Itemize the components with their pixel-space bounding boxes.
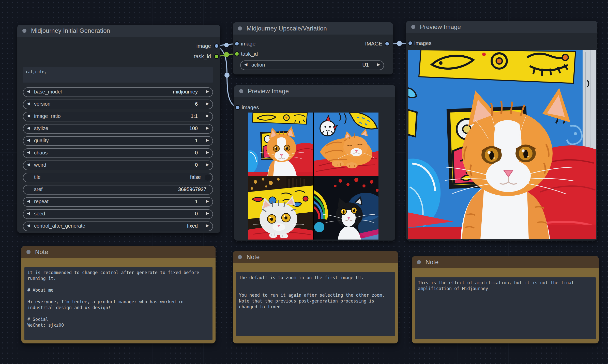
- widget-value: 0: [195, 211, 198, 217]
- increment-arrow-icon[interactable]: ▶: [206, 223, 209, 228]
- decrement-arrow-icon[interactable]: ◀: [27, 199, 30, 203]
- node-midjourney-initial-generation[interactable]: Midjourney Initial Generation image task…: [17, 25, 220, 233]
- input-label-task_id: task_id: [241, 50, 258, 57]
- note-textarea[interactable]: The default is to zoom in on the first i…: [236, 272, 395, 336]
- cat-photo-2: [314, 113, 378, 176]
- widget-quality[interactable]: ◀ quality 1 ▶: [23, 136, 213, 146]
- increment-arrow-icon[interactable]: ▶: [206, 125, 209, 130]
- collapse-dot-icon[interactable]: [417, 260, 421, 264]
- decrement-arrow-icon[interactable]: ◀: [27, 162, 30, 167]
- note-node-3[interactable]: Note This is the effect of amplification…: [412, 256, 599, 343]
- upscaled-cat-photo: [408, 50, 596, 239]
- widget-value: midjourney: [173, 89, 198, 95]
- preview-image-large[interactable]: [408, 50, 596, 239]
- widget-label: base_model: [34, 89, 62, 95]
- output-label-image: image: [196, 42, 211, 50]
- decrement-arrow-icon[interactable]: ◀: [27, 138, 30, 143]
- widget-repeat[interactable]: ◀ repeat 1 ▶: [23, 197, 213, 207]
- node-title: Preview Image: [420, 23, 461, 30]
- increment-arrow-icon[interactable]: ▶: [206, 138, 209, 143]
- collapse-dot-icon[interactable]: [411, 25, 415, 29]
- input-slot-dot-image[interactable]: [234, 41, 239, 46]
- output-slot-dot-task_id[interactable]: [214, 54, 219, 59]
- widget-version[interactable]: ◀ version 6 ▶: [23, 100, 213, 109]
- note-title-bar[interactable]: Note: [233, 251, 398, 263]
- note-title-bar[interactable]: Note: [21, 246, 216, 258]
- widget-control_after_generate[interactable]: ◀ control_after_generate fixed ▶: [23, 221, 213, 231]
- widget-value: 0: [195, 150, 198, 156]
- note-node-2[interactable]: Note The default is to zoom in on the fi…: [233, 251, 398, 343]
- collapse-dot-icon[interactable]: [26, 250, 31, 254]
- cat-photo-3: [248, 176, 313, 240]
- decrement-arrow-icon[interactable]: ◀: [27, 113, 30, 118]
- wire-midpoint-dot[interactable]: [224, 43, 229, 47]
- note-node-1[interactable]: Note It is recommended to change control…: [21, 246, 216, 343]
- decrement-arrow-icon[interactable]: ◀: [27, 125, 30, 130]
- increment-arrow-icon[interactable]: ▶: [206, 199, 209, 203]
- widget-label: repeat: [34, 199, 49, 204]
- increment-arrow-icon[interactable]: ▶: [206, 162, 209, 167]
- prompt-textarea[interactable]: cat,cute,: [23, 67, 213, 83]
- widget-label: image_ratio: [34, 113, 61, 119]
- node-title-bar[interactable]: Midjourney Upscale/Variation: [233, 22, 393, 35]
- input-slot-dot-images[interactable]: [235, 105, 240, 110]
- widget-value: 0: [195, 162, 198, 168]
- preview-thumbnail-4[interactable]: [314, 176, 378, 240]
- increment-arrow-icon[interactable]: ▶: [206, 101, 209, 106]
- widget-value: 1: [195, 199, 198, 204]
- widget-action[interactable]: ◀ action U1 ▶: [240, 60, 384, 70]
- collapse-dot-icon[interactable]: [22, 29, 26, 33]
- widget-chaos[interactable]: ◀ chaos 0 ▶: [23, 148, 213, 158]
- increment-arrow-icon[interactable]: ▶: [206, 150, 209, 155]
- input-slot-dot-task_id[interactable]: [234, 51, 239, 56]
- node-title-bar[interactable]: Preview Image: [406, 21, 597, 33]
- widget-label: version: [34, 101, 50, 107]
- note-textarea[interactable]: It is recommended to change control afte…: [24, 267, 212, 340]
- decrement-arrow-icon[interactable]: ◀: [27, 211, 30, 216]
- output-slot-dot-image[interactable]: [214, 43, 219, 49]
- preview-thumbnail-2[interactable]: [314, 113, 378, 176]
- node-title-bar[interactable]: Midjourney Initial Generation: [17, 25, 220, 37]
- output-label-task_id: task_id: [194, 53, 211, 60]
- increment-arrow-icon[interactable]: ▶: [206, 89, 209, 94]
- node-preview-image-grid[interactable]: Preview Image images: [234, 85, 395, 241]
- toggle-dot-icon[interactable]: [205, 175, 211, 181]
- note-title: Note: [247, 254, 260, 261]
- note-title-bar[interactable]: Note: [412, 256, 599, 268]
- node-graph-canvas[interactable]: Midjourney Initial Generation image task…: [0, 0, 608, 364]
- increment-arrow-icon[interactable]: ▶: [206, 211, 209, 216]
- widget-image_ratio[interactable]: ◀ image_ratio 1:1 ▶: [23, 112, 213, 121]
- widget-tile[interactable]: tile false: [23, 173, 213, 182]
- decrement-arrow-icon[interactable]: ◀: [27, 101, 30, 106]
- output-label-IMAGE: IMAGE: [365, 40, 382, 47]
- collapse-dot-icon[interactable]: [238, 255, 242, 259]
- node-title-bar[interactable]: Preview Image: [234, 85, 395, 97]
- widget-value: 3695967927: [178, 186, 206, 192]
- wire-midpoint-dot[interactable]: [224, 52, 229, 57]
- input-slot-dot-images[interactable]: [408, 41, 413, 46]
- increment-arrow-icon[interactable]: ▶: [377, 62, 380, 67]
- widget-sref[interactable]: sref 3695967927: [23, 185, 213, 195]
- output-slot-dot-IMAGE[interactable]: [385, 41, 390, 46]
- decrement-arrow-icon[interactable]: ◀: [27, 223, 30, 228]
- preview-image-grid[interactable]: [248, 113, 378, 240]
- note-textarea[interactable]: This is the effect of amplification, but…: [415, 277, 596, 339]
- widget-base_model[interactable]: ◀ base_model midjourney ▶: [23, 87, 213, 97]
- preview-thumbnail-3[interactable]: [248, 176, 313, 240]
- note-title: Note: [35, 248, 48, 256]
- increment-arrow-icon[interactable]: ▶: [206, 113, 209, 118]
- widget-stylize[interactable]: ◀ stylize 100 ▶: [23, 124, 213, 134]
- preview-thumbnail-1[interactable]: [248, 113, 313, 176]
- wire-midpoint-dot[interactable]: [224, 73, 230, 78]
- decrement-arrow-icon[interactable]: ◀: [27, 89, 30, 94]
- node-preview-image-large[interactable]: Preview Image images: [406, 21, 597, 241]
- cat-photo-1: [248, 113, 313, 176]
- node-midjourney-upscale-variation[interactable]: Midjourney Upscale/Variation image task_…: [233, 22, 393, 74]
- wire-midpoint-dot[interactable]: [397, 41, 402, 46]
- widget-weird[interactable]: ◀ weird 0 ▶: [23, 161, 213, 170]
- collapse-dot-icon[interactable]: [238, 26, 242, 30]
- widget-seed[interactable]: ◀ seed 0 ▶: [23, 209, 213, 219]
- decrement-arrow-icon[interactable]: ◀: [244, 62, 247, 67]
- decrement-arrow-icon[interactable]: ◀: [27, 150, 30, 155]
- collapse-dot-icon[interactable]: [239, 89, 243, 93]
